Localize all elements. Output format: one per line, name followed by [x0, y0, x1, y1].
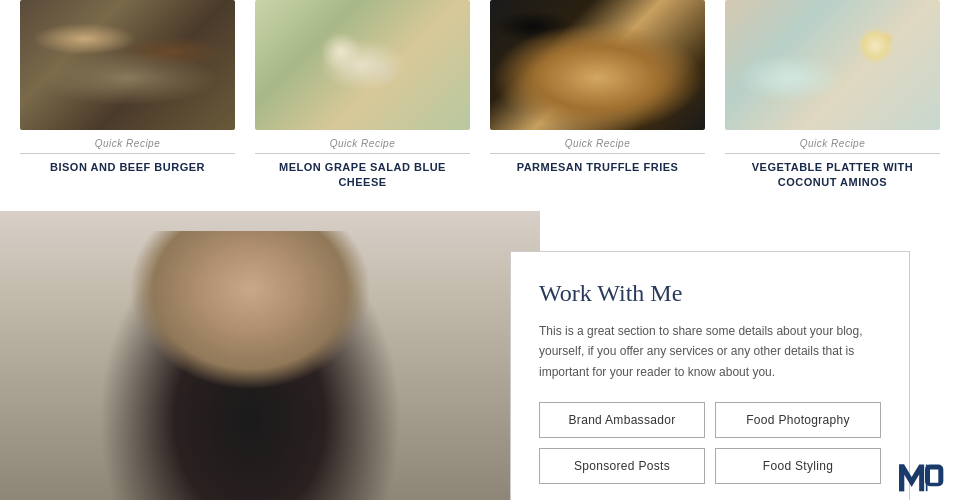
work-with-me-description: This is a great section to share some de…: [539, 321, 881, 382]
svg-marker-1: [899, 464, 924, 491]
recipe-tag-2: Quick Recipe: [565, 138, 630, 149]
recipe-card-2[interactable]: Quick Recipe PARMESAN TRUFFLE FRIES: [480, 0, 715, 203]
recipe-card-1[interactable]: Quick Recipe MELON GRAPE SALAD BLUE CHEE…: [245, 0, 480, 203]
recipe-divider-0: [20, 153, 235, 154]
recipe-tag-3: Quick Recipe: [800, 138, 865, 149]
recipe-title-3: VEGETABLE PLATTER WITH COCONUT AMINOS: [725, 160, 940, 191]
brand-ambassador-button[interactable]: Brand Ambassador: [539, 402, 705, 438]
recipe-tag-1: Quick Recipe: [330, 138, 395, 149]
recipe-card-3[interactable]: Quick Recipe VEGETABLE PLATTER WITH COCO…: [715, 0, 950, 203]
recipe-title-0: BISON AND BEEF BURGER: [50, 160, 205, 175]
recipe-divider-3: [725, 153, 940, 154]
sponsored-posts-button[interactable]: Sponsored Posts: [539, 448, 705, 484]
work-with-me-title: Work With Me: [539, 280, 881, 307]
recipe-image-2: [490, 0, 705, 130]
recipe-card-0[interactable]: Quick Recipe BISON AND BEEF BURGER: [10, 0, 245, 203]
work-with-me-card: Work With Me This is a great section to …: [510, 251, 910, 500]
recipe-title-1: MELON GRAPE SALAD BLUE CHEESE: [255, 160, 470, 191]
recipe-title-2: PARMESAN TRUFFLE FRIES: [517, 160, 679, 175]
food-styling-button[interactable]: Food Styling: [715, 448, 881, 484]
recipe-tag-0: Quick Recipe: [95, 138, 160, 149]
person-photo: [0, 211, 540, 500]
bottom-section: Work With Me This is a great section to …: [0, 211, 960, 500]
site-logo: [895, 452, 945, 500]
recipe-image-1: [255, 0, 470, 130]
recipes-section: Quick Recipe BISON AND BEEF BURGER Quick…: [0, 0, 960, 203]
food-photography-button[interactable]: Food Photography: [715, 402, 881, 438]
recipe-divider-1: [255, 153, 470, 154]
work-buttons-grid: Brand Ambassador Food Photography Sponso…: [539, 402, 881, 484]
recipe-image-3: [725, 0, 940, 130]
logo-area: [895, 452, 945, 500]
recipe-divider-2: [490, 153, 705, 154]
recipe-image-0: [20, 0, 235, 130]
